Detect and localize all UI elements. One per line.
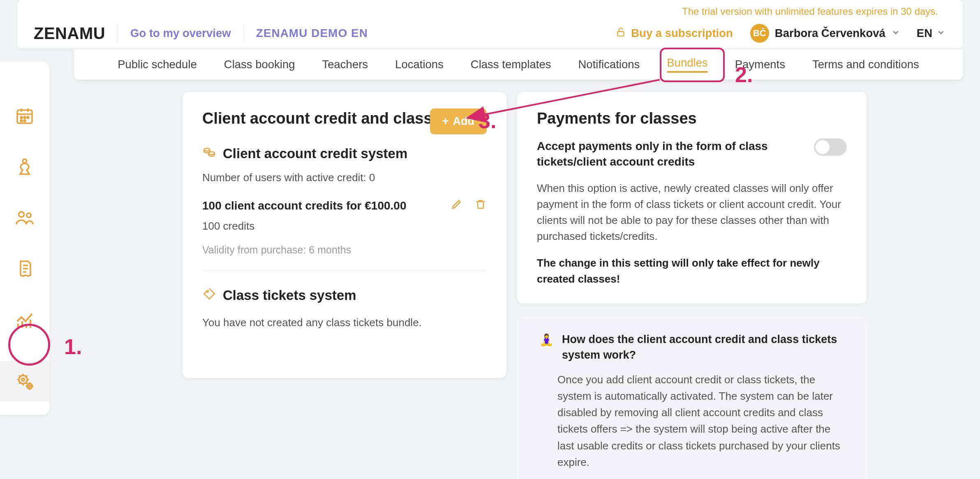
svg-line-28 xyxy=(482,80,660,115)
annotation-arrow xyxy=(0,0,980,479)
